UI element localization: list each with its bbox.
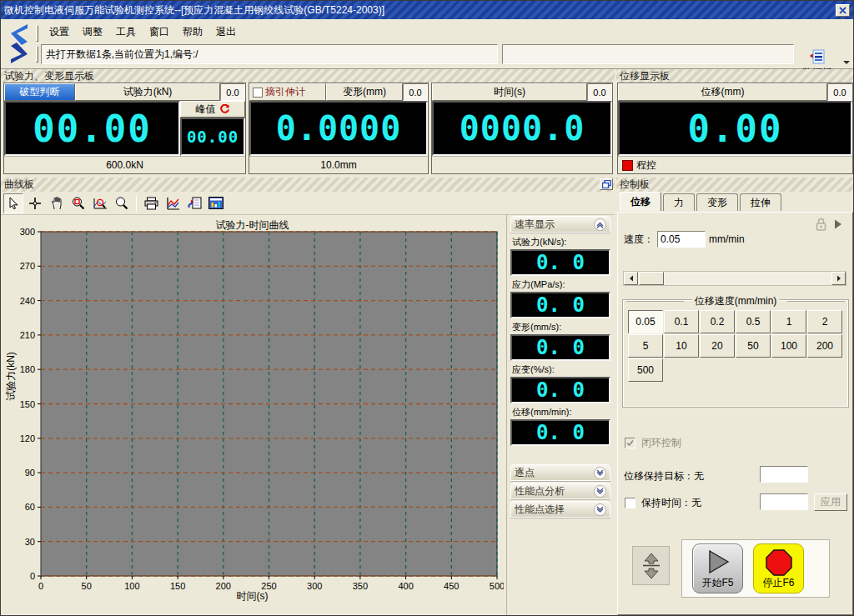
menu-exit[interactable]: 退出 — [211, 23, 241, 41]
section-performance-analysis[interactable]: 性能点分析 — [510, 483, 610, 499]
displacement-display: 0.00 — [618, 101, 852, 156]
closed-loop-checkbox[interactable] — [625, 438, 635, 448]
section-pointwise[interactable]: 逐点 — [510, 464, 610, 481]
stop-octagon-icon — [766, 549, 792, 576]
start-button[interactable]: 开始F5 — [692, 543, 743, 593]
cursor-icon — [8, 197, 20, 209]
speed-preset-button[interactable]: 50 — [736, 334, 771, 358]
svg-text:150: 150 — [20, 399, 35, 409]
export-button[interactable] — [184, 193, 204, 213]
break-detect-button[interactable]: 破型判断 — [4, 83, 75, 101]
zoom-region-button[interactable] — [68, 193, 88, 213]
speed-preset-button[interactable]: 0.1 — [664, 310, 699, 333]
hold-time-input[interactable] — [760, 493, 808, 510]
rate-item-force: 试验力(kN/s): 0. 0 — [510, 236, 610, 276]
svg-text:0: 0 — [30, 571, 35, 581]
jog-updown-button[interactable] — [632, 546, 670, 585]
rate-panel-header[interactable]: 速率显示 — [510, 216, 610, 233]
force-deform-panel: 试验力、变形显示板 破型判断 试验力(kN) 0.0 00.00 峰值 — [1, 69, 615, 178]
speed-preset-button[interactable]: 0.05 — [628, 310, 663, 333]
scrollbar-thumb[interactable] — [639, 272, 664, 285]
speed-preset-button[interactable]: 0.2 — [700, 310, 735, 333]
speed-unit-label: mm/min — [709, 233, 745, 245]
deform-display-group: 摘引伸计 变形(mm) 0.0 0.0000 10.0mm — [249, 83, 429, 174]
tab-tension[interactable]: 拉伸 — [740, 193, 781, 211]
chart-ylabel: 试验力(kN) — [4, 343, 18, 410]
menu-help[interactable]: 帮助 — [178, 23, 208, 41]
speed-preset-button[interactable]: 100 — [771, 334, 806, 358]
svg-text:270: 270 — [20, 261, 35, 271]
cursor-tool-button[interactable] — [3, 193, 23, 213]
displacement-small-value: 0.0 — [827, 83, 852, 101]
pan-tool-button[interactable] — [25, 193, 45, 213]
speed-preset-button[interactable]: 10 — [664, 334, 699, 358]
speed-preset-button[interactable]: 0.5 — [736, 310, 771, 333]
toolbar-grip[interactable] — [36, 46, 38, 63]
speed-preset-button[interactable]: 500 — [628, 358, 663, 382]
hold-target-label: 位移保持目标：无 — [624, 469, 704, 483]
tab-displacement[interactable]: 位移 — [620, 192, 661, 211]
speed-preset-button[interactable]: 5 — [628, 334, 663, 358]
closed-loop-label: 闭环控制 — [641, 436, 681, 450]
speed-input[interactable] — [657, 231, 706, 248]
hold-time-checkbox[interactable] — [625, 498, 635, 508]
collapse-chevron-icon[interactable] — [594, 218, 606, 231]
section-performance-select[interactable]: 性能点选择 — [510, 501, 610, 518]
print-button[interactable] — [141, 193, 161, 213]
deform-header-button[interactable]: 变形(mm) — [326, 83, 403, 101]
time-range-label — [432, 156, 612, 173]
stop-button[interactable]: 停止F6 — [753, 543, 804, 593]
toolbar-grip[interactable] — [36, 25, 38, 42]
speed-scrollbar[interactable] — [623, 271, 846, 286]
rate-item-stress: 应力(MPa/s): 0. 0 — [510, 278, 610, 318]
menu-window[interactable]: 窗口 — [144, 23, 174, 41]
hold-target-input[interactable] — [760, 466, 808, 483]
chart-plot[interactable]: 0306090120150180210240270300050100150200… — [1, 214, 504, 606]
zoom-region-icon — [72, 197, 85, 210]
menu-tools[interactable]: 工具 — [111, 23, 141, 41]
time-header-button[interactable]: 时间(s) — [432, 83, 587, 101]
speed-preset-button[interactable]: 20 — [700, 334, 735, 358]
displacement-header-button[interactable]: 位移(mm) — [618, 83, 827, 101]
expand-chevron-icon[interactable] — [594, 485, 606, 498]
peak-button[interactable]: 峰值 — [180, 101, 245, 118]
start-stop-group: 开始F5 停止F6 — [681, 539, 830, 598]
curve-style-button[interactable] — [163, 193, 183, 213]
menu-settings[interactable]: 设置 — [44, 23, 74, 41]
restore-panel-button[interactable] — [600, 178, 613, 190]
apply-button[interactable]: 应用 — [814, 493, 847, 511]
zoom-out-button[interactable] — [112, 193, 132, 213]
speed-preset-button[interactable]: 200 — [807, 334, 842, 358]
speed-preset-button[interactable]: 2 — [807, 310, 842, 333]
hold-target-row: 位移保持目标：无 — [624, 469, 704, 483]
close-button[interactable] — [836, 4, 850, 17]
list-board-icon — [810, 49, 825, 64]
scrollbar-left-arrow[interactable] — [624, 272, 638, 285]
force-range-label: 600.0kN — [4, 156, 245, 173]
control-panel-title: 控制板 — [616, 178, 854, 192]
speed-preset-button[interactable]: 1 — [771, 310, 806, 333]
control-tab-content: 速度： mm/min 位移速度(mm/min) — [617, 212, 853, 615]
zoom-curve-button[interactable] — [90, 193, 110, 213]
scrollbar-track[interactable] — [664, 272, 831, 285]
scrollbar-right-arrow[interactable] — [831, 272, 846, 285]
menu-adjust[interactable]: 调整 — [78, 23, 108, 41]
deform-small-value: 0.0 — [403, 83, 428, 101]
hand-tool-button[interactable] — [47, 193, 67, 213]
close-icon — [839, 7, 846, 14]
tab-deform[interactable]: 变形 — [696, 193, 738, 211]
extensometer-checkbox-box[interactable] — [253, 88, 263, 98]
curve-panel-title: 曲线板 — [1, 178, 615, 192]
expand-chevron-icon[interactable] — [594, 503, 606, 516]
tab-force[interactable]: 力 — [663, 193, 695, 211]
display-settings-icon — [208, 197, 224, 209]
hand-icon — [51, 197, 63, 210]
extensometer-checkbox[interactable]: 摘引伸计 — [249, 83, 326, 101]
refresh-icon — [219, 104, 230, 115]
step-arrow-icon[interactable] — [834, 219, 842, 229]
dropdown-caret-icon[interactable] — [843, 61, 850, 64]
force-header-button[interactable]: 试验力(kN) — [75, 83, 220, 101]
peak-display: 00.00 — [180, 118, 245, 156]
expand-chevron-icon[interactable] — [594, 467, 606, 479]
display-settings-button[interactable] — [206, 193, 226, 213]
